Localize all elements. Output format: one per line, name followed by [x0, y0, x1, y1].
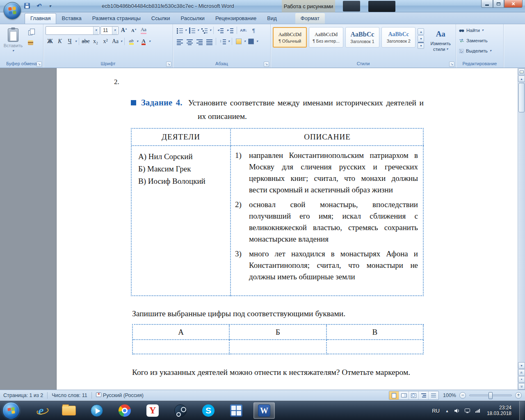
draft-view-button[interactable]: [429, 391, 438, 399]
highlight-button[interactable]: ab: [127, 37, 136, 46]
font-size-combobox[interactable]: 11: [100, 26, 119, 35]
taskbar-chrome[interactable]: [114, 402, 135, 419]
maximize-button[interactable]: [493, 0, 504, 8]
find-button[interactable]: Найти: [458, 26, 501, 35]
taskbar-internet-explorer[interactable]: e: [30, 402, 52, 419]
close-button[interactable]: [504, 0, 523, 8]
font-color-button[interactable]: А: [139, 37, 148, 46]
save-button[interactable]: [23, 2, 31, 10]
tab-view[interactable]: Вид: [262, 13, 282, 24]
zoom-in-button[interactable]: +: [515, 392, 522, 399]
chevron-down-icon[interactable]: [185, 29, 187, 32]
select-button[interactable]: Выделить: [458, 46, 501, 55]
copy-button[interactable]: [26, 27, 35, 37]
start-button[interactable]: [2, 402, 20, 419]
show-formatting-button[interactable]: [249, 26, 258, 35]
dialog-launcher-icon[interactable]: [166, 62, 171, 67]
grow-font-button[interactable]: А▴: [119, 26, 128, 35]
chevron-down-icon[interactable]: [149, 40, 151, 43]
align-left-button[interactable]: [175, 37, 184, 46]
italic-button[interactable]: К: [55, 37, 64, 46]
font-name-combobox[interactable]: [46, 26, 100, 35]
minimize-button[interactable]: [481, 0, 493, 8]
scrollbar-track[interactable]: [518, 112, 525, 362]
chevron-down-icon[interactable]: [75, 40, 77, 43]
scroll-down-button[interactable]: [518, 362, 525, 369]
full-screen-reading-view-button[interactable]: [399, 391, 409, 399]
outline-view-button[interactable]: [419, 391, 429, 399]
scrollbar-thumb[interactable]: [518, 83, 525, 112]
document-page[interactable]: 2. Задание 4.Установите соответствие меж…: [56, 68, 518, 390]
network-icon[interactable]: [475, 409, 481, 413]
vertical-scrollbar[interactable]: [518, 68, 525, 390]
chevron-down-icon[interactable]: [197, 29, 199, 32]
tab-format[interactable]: Формат: [295, 13, 325, 24]
format-painter-button[interactable]: [26, 38, 35, 47]
language-indicator-tray[interactable]: RU: [432, 408, 440, 414]
chevron-down-icon[interactable]: [121, 40, 122, 43]
taskbar-yandex-browser[interactable]: Y: [142, 402, 163, 419]
gallery-scroll-up-button[interactable]: [418, 28, 424, 35]
style-no-spacing[interactable]: AaBbCcDd ¶ Без интер...: [309, 27, 343, 48]
tab-page-layout[interactable]: Разметка страницы: [87, 13, 146, 24]
bold-button[interactable]: Ж: [46, 37, 55, 46]
chevron-down-icon[interactable]: [256, 40, 258, 43]
change-case-button[interactable]: Аа: [111, 37, 120, 46]
volume-icon[interactable]: [454, 409, 460, 413]
subscript-button[interactable]: x₂: [91, 37, 100, 46]
ruler-toggle-button[interactable]: [518, 68, 525, 75]
tab-insert[interactable]: Вставка: [56, 13, 87, 24]
tab-review[interactable]: Рецензирование: [210, 13, 262, 24]
chevron-down-icon[interactable]: [137, 40, 138, 43]
dialog-launcher-icon[interactable]: [264, 62, 269, 67]
justify-button[interactable]: [205, 37, 214, 46]
borders-button[interactable]: [247, 37, 256, 46]
zoom-slider[interactable]: [469, 395, 512, 396]
sort-button[interactable]: АЯ: [239, 26, 248, 35]
print-layout-view-button[interactable]: [389, 391, 399, 399]
select-browse-object-button[interactable]: [518, 376, 525, 383]
web-layout-view-button[interactable]: [409, 391, 419, 399]
previous-page-button[interactable]: [518, 369, 525, 376]
taskbar-media-player[interactable]: [86, 402, 107, 419]
strikethrough-button[interactable]: abc: [81, 37, 90, 46]
tab-mailings[interactable]: Рассылки: [176, 13, 210, 24]
align-right-button[interactable]: [195, 37, 204, 46]
hidden-icons-button[interactable]: [444, 409, 450, 413]
replace-button[interactable]: Заменить: [458, 36, 501, 45]
zoom-slider-thumb[interactable]: [488, 392, 493, 399]
decrease-indent-button[interactable]: [216, 26, 225, 35]
superscript-button[interactable]: x²: [101, 37, 110, 46]
bullets-button[interactable]: [175, 26, 184, 35]
gallery-more-button[interactable]: [418, 42, 424, 49]
zoom-level[interactable]: 100%: [442, 393, 456, 398]
align-center-button[interactable]: [185, 37, 194, 46]
tab-references[interactable]: Ссылки: [146, 13, 176, 24]
chevron-down-icon[interactable]: [244, 40, 246, 43]
chevron-down-icon[interactable]: [210, 29, 211, 32]
qat-customize-button[interactable]: [46, 2, 54, 10]
page-indicator[interactable]: Страница: 1 из 2: [3, 393, 43, 398]
numbering-button[interactable]: [187, 26, 196, 35]
change-styles-button[interactable]: Изменить стили: [427, 27, 454, 59]
style-normal[interactable]: AaBbCcDd ¶ Обычный: [273, 27, 307, 48]
show-desktop-button[interactable]: [519, 401, 524, 420]
clock[interactable]: 23:24 18.03.2018: [487, 405, 511, 416]
taskbar-skype[interactable]: S: [198, 402, 219, 419]
taskbar-steam[interactable]: [170, 402, 191, 419]
zoom-out-button[interactable]: −: [459, 392, 466, 399]
line-spacing-button[interactable]: [218, 37, 227, 46]
language-indicator[interactable]: Русский (Россия): [96, 393, 144, 398]
shading-button[interactable]: [234, 37, 243, 46]
tab-home[interactable]: Главная: [25, 13, 56, 24]
shrink-font-button[interactable]: А▾: [129, 26, 138, 35]
undo-button[interactable]: [34, 2, 43, 10]
next-page-button[interactable]: [518, 383, 525, 390]
dialog-launcher-icon[interactable]: [449, 62, 454, 67]
word-count[interactable]: Число слов: 11: [52, 393, 87, 398]
taskbar-app-grid[interactable]: [226, 402, 247, 419]
chevron-down-icon[interactable]: [228, 40, 230, 43]
dialog-launcher-icon[interactable]: [37, 62, 42, 67]
clear-formatting-button[interactable]: Аа: [139, 26, 148, 35]
style-heading1[interactable]: AaBbCc Заголовок 1: [345, 27, 379, 48]
